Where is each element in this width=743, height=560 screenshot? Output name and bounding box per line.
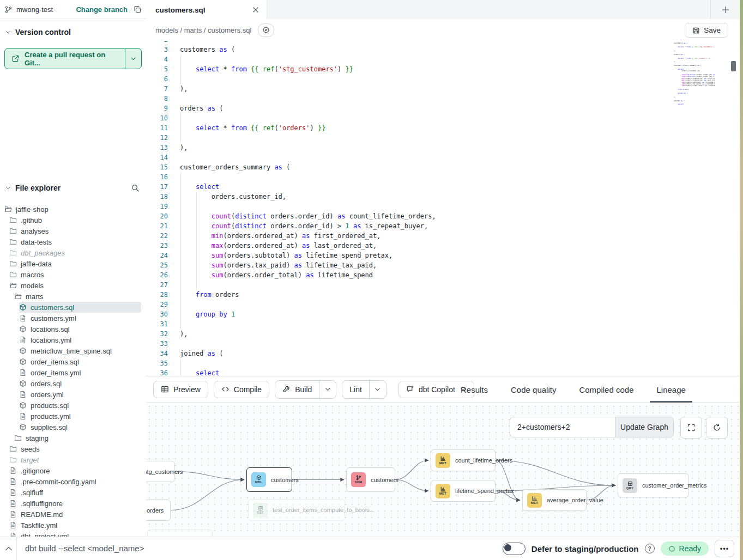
create-pr-button[interactable]: Create a pull request on Git...: [4, 48, 142, 69]
code-line-23[interactable]: 23 max(orders.ordered_at) as last_ordere…: [146, 241, 740, 251]
file-tree-item-orders-yml[interactable]: orders.yml: [19, 389, 141, 400]
file-tree-item-target[interactable]: target: [9, 454, 141, 465]
file-tree-item-readme-md[interactable]: README.md: [9, 509, 141, 520]
build-button[interactable]: Build: [275, 381, 319, 398]
code-line-2[interactable]: 2: [146, 41, 740, 45]
copy-icon[interactable]: [133, 5, 142, 14]
ready-status-badge[interactable]: Ready: [661, 541, 709, 556]
close-icon[interactable]: [251, 5, 260, 14]
code-line-19[interactable]: 19: [146, 202, 740, 211]
code-line-11[interactable]: 11 select * from {{ ref('orders') }}: [146, 123, 740, 133]
update-graph-button[interactable]: Update Graph: [615, 417, 674, 437]
code-line-24[interactable]: 24 sum(orders.subtotal) as lifetime_spen…: [146, 251, 740, 260]
file-tree-item-analyses[interactable]: analyses: [9, 226, 141, 236]
code-line-10[interactable]: 10: [146, 113, 740, 123]
file-tree-item-dbt-project-yml[interactable]: dbt_project.yml: [9, 531, 141, 537]
code-line-26[interactable]: 26 sum(orders.order_total) as lifetime_s…: [146, 270, 740, 280]
file-tree-item-supplies-sql[interactable]: supplies.sql: [19, 422, 141, 433]
lineage-node-customers_sem[interactable]: SEMcustomers: [346, 467, 395, 492]
tab-code-quality[interactable]: Code quality: [510, 376, 557, 403]
build-dropdown[interactable]: [319, 381, 336, 398]
file-tree-item-macros[interactable]: macros: [9, 269, 141, 280]
file-tree-item--sqlfluffignore[interactable]: .sqlfluffignore: [9, 498, 141, 509]
file-tree-item-order-items-yml[interactable]: order_items.yml: [19, 367, 141, 378]
file-tree-item--pre-commit-config-yaml[interactable]: .pre-commit-config.yaml: [9, 476, 141, 487]
code-line-28[interactable]: 28 from orders: [146, 290, 740, 300]
lineage-node-average_order_value[interactable]: METaverage_order_value: [522, 489, 587, 511]
file-tree-item-seeds[interactable]: seeds: [9, 443, 141, 454]
code-line-6[interactable]: 6: [146, 74, 740, 84]
code-line-8[interactable]: 8: [146, 94, 740, 104]
compass-button[interactable]: [258, 23, 274, 37]
search-icon[interactable]: [131, 184, 140, 192]
tab-compiled-code[interactable]: Compiled code: [578, 376, 635, 403]
tab-results[interactable]: Results: [460, 376, 489, 403]
file-tree-item-locations-yml[interactable]: locations.yml: [19, 334, 141, 345]
change-branch-link[interactable]: Change branch: [76, 5, 128, 14]
lineage-node-customers_mdl[interactable]: MDLcustomers: [246, 467, 292, 492]
file-tree-item--gitignore[interactable]: .gitignore: [9, 465, 141, 476]
file-tree-item-products-yml[interactable]: products.yml: [19, 411, 141, 422]
file-tree-item--github[interactable]: .github: [9, 215, 141, 226]
tab-lineage[interactable]: Lineage: [655, 376, 686, 403]
create-pr-dropdown[interactable]: [125, 48, 141, 69]
code-line-12[interactable]: 12: [146, 133, 740, 143]
info-icon[interactable]: ?: [645, 544, 655, 553]
file-tree-item-customers-sql[interactable]: customers.sql: [19, 302, 141, 313]
file-tree-item-locations-sql[interactable]: locations.sql: [19, 324, 141, 334]
file-tree-item-taskfile-yml[interactable]: Taskfile.yml: [9, 520, 141, 531]
version-control-header[interactable]: Version control: [0, 26, 146, 38]
code-line-31[interactable]: 31: [146, 319, 740, 329]
lineage-selector-input[interactable]: [510, 417, 615, 437]
code-line-32[interactable]: 32),: [146, 329, 740, 339]
file-tree-item-products-sql[interactable]: products.sql: [19, 400, 141, 411]
code-line-30[interactable]: 30 group by 1: [146, 309, 740, 319]
lineage-node-lifetime_spend_pretax[interactable]: METlifetime_spend_pretax: [431, 480, 496, 502]
code-line-20[interactable]: 20 count(distinct orders.order_id) as co…: [146, 211, 740, 221]
code-line-27[interactable]: 27: [146, 280, 740, 290]
file-explorer-header[interactable]: File explorer: [0, 182, 146, 194]
command-input[interactable]: dbt build --select <model_name>: [25, 544, 144, 553]
lineage-node-count_lifetime_orders[interactable]: METcount_lifetime_orders: [431, 449, 496, 471]
lineage-node-stg_customers[interactable]: MDLstg_customers: [146, 461, 175, 482]
code-line-36[interactable]: 36 select: [146, 368, 740, 376]
preview-button[interactable]: Preview: [153, 381, 208, 398]
code-line-13[interactable]: 13),: [146, 143, 740, 153]
file-tree-item-jaffle-data[interactable]: jaffle-data: [9, 258, 141, 269]
file-tree-item--sqlfluff[interactable]: .sqlfluff: [9, 487, 141, 498]
lineage-node-test_node[interactable]: TSTtest_order_items_compute_to_bools...: [248, 499, 345, 521]
file-tree-item-staging[interactable]: staging: [14, 433, 141, 443]
code-line-4[interactable]: 4: [146, 54, 740, 64]
code-line-7[interactable]: 7),: [146, 84, 740, 94]
lineage-node-partial_node[interactable]: [147, 529, 213, 537]
file-tree-item-data-tests[interactable]: data-tests: [9, 236, 141, 247]
code-line-18[interactable]: 18 orders.customer_id,: [146, 192, 740, 202]
new-tab-button[interactable]: [710, 0, 740, 19]
lint-button[interactable]: Lint: [342, 381, 369, 398]
lineage-node-customer_order_metrics[interactable]: QRYcustomer_order_metrics: [618, 473, 689, 497]
file-tree-item-marts[interactable]: marts: [14, 291, 141, 302]
defer-toggle[interactable]: [503, 543, 525, 555]
code-line-16[interactable]: 16: [146, 172, 740, 182]
code-line-34[interactable]: 34joined as (: [146, 349, 740, 358]
code-editor[interactable]: 23customers as (45 select * from {{ ref(…: [146, 41, 740, 376]
file-tree-item-dbt-packages[interactable]: dbt_packages: [9, 247, 141, 258]
file-tree-item-jaffle-shop[interactable]: jaffle-shop: [4, 204, 141, 215]
code-line-29[interactable]: 29: [146, 300, 740, 309]
file-tree-item-customers-yml[interactable]: customers.yml: [19, 313, 141, 324]
code-line-9[interactable]: 9orders as (: [146, 104, 740, 113]
code-line-21[interactable]: 21 count(distinct orders.order_id) > 1 a…: [146, 221, 740, 231]
code-line-5[interactable]: 5 select * from {{ ref('stg_customers') …: [146, 64, 740, 74]
file-tree-item-orders-sql[interactable]: orders.sql: [19, 378, 141, 389]
code-line-14[interactable]: 14: [146, 153, 740, 162]
code-line-35[interactable]: 35: [146, 358, 740, 368]
lint-dropdown[interactable]: [369, 381, 386, 398]
code-line-3[interactable]: 3customers as (: [146, 45, 740, 54]
tab-customers-sql[interactable]: customers.sql: [146, 0, 267, 20]
code-line-33[interactable]: 33: [146, 339, 740, 349]
lineage-panel[interactable]: MDLstg_customersMDLordersMDLcustomersSEM…: [146, 403, 740, 537]
code-line-15[interactable]: 15customer_orders_summary as (: [146, 162, 740, 172]
lineage-node-orders[interactable]: MDLorders: [146, 500, 171, 521]
expand-console-icon[interactable]: [3, 543, 14, 554]
file-tree-item-order-items-sql[interactable]: order_items.sql: [19, 356, 141, 367]
